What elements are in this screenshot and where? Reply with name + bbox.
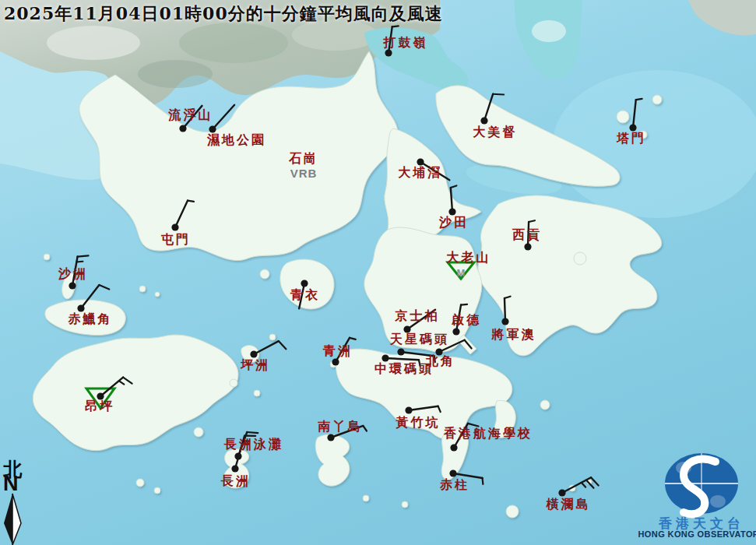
wind-barb-feather-half: [188, 201, 194, 202]
wind-barb-stem: [331, 426, 363, 438]
station-lamma-island: [327, 426, 367, 441]
wind-barb-feather-full: [279, 341, 287, 349]
wind-barb-feather-half: [76, 262, 83, 262]
station-dot: [301, 280, 308, 287]
station-dot: [501, 318, 508, 325]
station-dot: [480, 117, 487, 124]
wind-barb-feather-half: [434, 356, 435, 362]
wind-barb-stem: [453, 473, 483, 478]
wind-barb-feather-half: [392, 26, 399, 26]
wind-barb-stem: [254, 341, 279, 354]
station-dot: [77, 304, 84, 311]
station-sha-chau: [69, 255, 88, 289]
station-dot: [450, 444, 457, 451]
wind-barb-feather-half: [582, 483, 585, 487]
station-dot: [449, 469, 456, 476]
station-dot: [327, 434, 334, 441]
wind-barb-feather-half: [483, 478, 483, 484]
station-dot: [209, 125, 216, 132]
wind-barb-feather-full: [78, 255, 89, 256]
station-dot: [405, 406, 412, 413]
compass-needle: [4, 494, 21, 545]
wind-barb-feather-full: [468, 424, 479, 427]
hko-logo-icon: [665, 453, 738, 514]
station-dot: [382, 354, 389, 361]
station-dot: [179, 125, 186, 132]
station-dot: [97, 392, 104, 399]
station-stanley: [449, 469, 483, 484]
yantian-land: [364, 27, 468, 90]
wind-barb-feather-half: [461, 304, 467, 305]
missing-data-marker: M: [457, 267, 466, 279]
wind-barb-feather-full: [247, 432, 258, 433]
corner-land: [688, 0, 756, 35]
hko-wind-map-screen: M 2025年11月04日01時00分的十分鐘平均風向及風速 北 N 香港天文台…: [0, 0, 756, 545]
wind-barb-feather-half: [636, 99, 642, 100]
station-dot: [171, 223, 178, 230]
mirs-bay-water: [553, 70, 756, 218]
wind-barb-feather-full: [591, 477, 599, 485]
wind-barb-feather-full: [99, 285, 109, 289]
station-dot: [452, 328, 459, 335]
station-dot: [385, 49, 392, 56]
station-dot: [558, 489, 565, 496]
station-dot: [435, 348, 442, 355]
station-dot: [629, 124, 636, 131]
wind-barb-feather-half: [350, 338, 356, 339]
wind-barb-feather-half: [363, 426, 367, 431]
station-dot: [231, 465, 238, 472]
hk-map-graphic: M: [0, 0, 756, 545]
wind-barb-stem: [528, 222, 529, 247]
station-dot: [69, 282, 76, 289]
wind-barb-feather-half: [451, 185, 457, 188]
wind-barb-feather-full: [493, 94, 504, 95]
wind-barb-stem: [183, 106, 202, 128]
station-dot: [403, 325, 410, 332]
station-dot: [250, 350, 257, 357]
station-dot: [332, 358, 339, 365]
station-dot: [417, 158, 424, 165]
station-waglan-island: [558, 477, 598, 496]
station-dot: [397, 348, 404, 355]
station-dot: [448, 208, 455, 215]
station-dot: [524, 243, 531, 250]
